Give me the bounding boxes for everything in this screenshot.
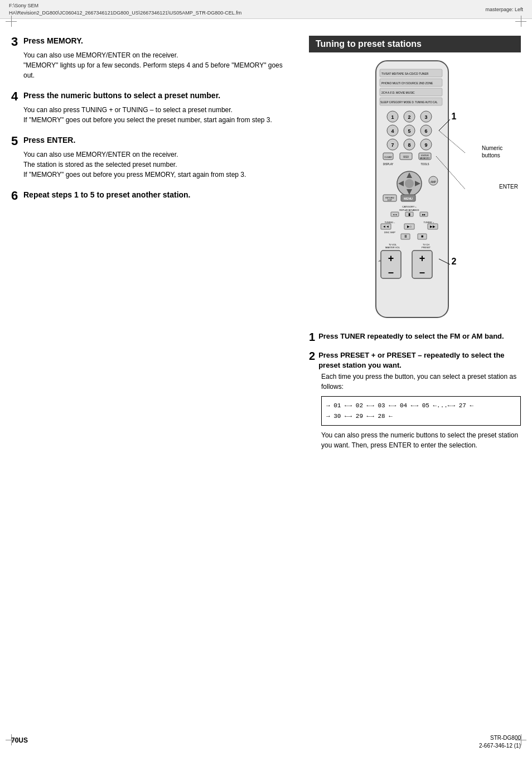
- step-5-body-line-1: You can also use MEMORY/ENTER on the rec…: [23, 150, 292, 160]
- svg-text:1: 1: [452, 112, 457, 121]
- right-step-2: 2 Press PRESET + or PRESET – repeatedly …: [309, 350, 521, 450]
- step-3-title: Press MEMORY.: [23, 36, 83, 46]
- svg-text:1: 1: [391, 114, 394, 120]
- svg-text:◄◄: ◄◄: [383, 225, 389, 228]
- right-step-2-header: 2 Press PRESET + or PRESET – repeatedly …: [309, 350, 521, 370]
- step-5-body-line-2: The station is stored as the selected pr…: [23, 160, 292, 170]
- svg-text:8: 8: [408, 142, 410, 148]
- enter-callout: ENTER: [499, 184, 518, 190]
- step-4: 4 Press the numeric buttons to select a …: [11, 90, 292, 125]
- step-4-header: 4 Press the numeric buttons to select a …: [11, 90, 292, 103]
- step-3-header: 3 Press MEMORY.: [11, 36, 292, 48]
- step-6: 6 Repeat steps 1 to 5 to preset another …: [11, 190, 292, 202]
- step-3-body-line-2: "MEMORY" lights up for a few seconds. Pe…: [23, 60, 292, 80]
- svg-text:TUNING –: TUNING –: [385, 221, 395, 224]
- step-5-body-line-3: If "MEMORY" goes out before you press ME…: [23, 170, 292, 180]
- svg-text:SLEEP  CATEGORY MODE  D. TUNIN: SLEEP CATEGORY MODE D. TUNING AUTO CAL: [380, 101, 438, 104]
- svg-text:CLEAR: CLEAR: [384, 156, 391, 158]
- step-4-body-line-1: You can also press TUNING + or TUNING – …: [23, 105, 292, 115]
- page-frame: F:\Sony SEM HA\Revision2_DG800\JC060412_…: [0, 0, 532, 761]
- svg-text:4: 4: [391, 128, 394, 134]
- svg-text:–: –: [388, 267, 394, 278]
- svg-text:CATEGORY +: CATEGORY +: [402, 205, 417, 208]
- step-4-body-line-2: If "MEMORY" goes out before you select t…: [23, 115, 292, 125]
- header-file-path-2: HA\Revision2_DG800\JC060412_2667346121DG…: [9, 9, 241, 17]
- bottom-right-info: STR-DG800 2-667-346-12 (1): [479, 734, 521, 750]
- step-5-body: You can also use MEMORY/ENTER on the rec…: [11, 150, 292, 180]
- crosshair-top-left: [6, 16, 17, 27]
- after-diagram-text: You can also press the numeric buttons t…: [321, 430, 521, 450]
- tuning-header: Tuning to preset stations: [309, 36, 521, 52]
- page-number: 70US: [11, 736, 28, 744]
- svg-text:▶○: ▶○: [407, 225, 412, 228]
- preset-row-1: → 01 ←→ 02 ←→ 03 ←→ 04 ←→ 05 ←...←→ 27 ←: [326, 401, 516, 411]
- svg-text:+: +: [419, 253, 425, 264]
- svg-text:TV/SAT  MD/TAPE  SA-CD/CD  TUN: TV/SAT MD/TAPE SA-CD/CD TUNER: [381, 72, 429, 75]
- step-5: 5 Press ENTER. You can also use MEMORY/E…: [11, 135, 292, 180]
- step-4-body: You can also press TUNING + or TUNING – …: [11, 105, 292, 125]
- numeric-buttons-callout: Numeric buttons: [482, 145, 521, 159]
- step-3-number: 3: [11, 36, 20, 48]
- right-step-1-number: 1: [309, 331, 315, 343]
- svg-text:7: 7: [391, 142, 394, 148]
- svg-text:2: 2: [452, 257, 457, 266]
- right-column: Tuning to preset stations TV/SAT MD/TAPE…: [309, 36, 521, 458]
- svg-text:DISC SKIP: DISC SKIP: [384, 231, 395, 234]
- svg-text:◄◄: ◄◄: [393, 213, 397, 216]
- step-3-body-line-1: You can also use MEMORY/ENTER on the rec…: [23, 50, 292, 60]
- svg-text:PHONO  MULTI CH  SOURCE  2ND Z: PHONO MULTI CH SOURCE 2ND ZONE: [381, 81, 433, 85]
- right-step-2-number: 2: [309, 350, 315, 362]
- model-number: STR-DG800: [479, 734, 521, 742]
- step-5-header: 5 Press ENTER.: [11, 135, 292, 147]
- step-3-body: You can also use MEMORY/ENTER on the rec…: [11, 50, 292, 80]
- svg-text:REPLAY ADVANCE: REPLAY ADVANCE: [399, 209, 419, 211]
- step-4-title: Press the numeric buttons to select a pr…: [23, 90, 220, 100]
- right-steps: 1 Press TUNER repeatedly to select the F…: [309, 331, 521, 450]
- header-masterpage: masterpage: Left: [485, 7, 523, 12]
- step-3: 3 Press MEMORY. You can also use MEMORY/…: [11, 36, 292, 80]
- step-6-title: Repeat steps 1 to 5 to preset another st…: [23, 190, 191, 200]
- step-6-number: 6: [11, 190, 20, 202]
- svg-text:2: 2: [408, 114, 410, 120]
- svg-text:+: +: [388, 253, 394, 264]
- svg-text:▶▶: ▶▶: [430, 225, 436, 228]
- preset-diagram: → 01 ←→ 02 ←→ 03 ←→ 04 ←→ 05 ←...←→ 27 ←…: [321, 396, 521, 426]
- svg-text:EXIT: EXIT: [388, 199, 393, 201]
- right-step-1: 1 Press TUNER repeatedly to select the F…: [309, 331, 521, 343]
- svg-text:3: 3: [424, 114, 427, 120]
- svg-text:⏸: ⏸: [404, 234, 408, 238]
- svg-text:PRESET: PRESET: [422, 246, 431, 249]
- right-step-1-title: Press TUNER repeatedly to select the FM …: [318, 331, 504, 341]
- step-5-number: 5: [11, 135, 20, 147]
- step-4-number: 4: [11, 90, 20, 103]
- step-5-title: Press ENTER.: [23, 135, 75, 145]
- header-file-path-1: F:\Sony SEM: [9, 2, 241, 9]
- remote-illustration-area: TV/SAT MD/TAPE SA-CD/CD TUNER PHONO MULT…: [309, 58, 521, 326]
- svg-text:5: 5: [408, 128, 410, 134]
- svg-text:–: –: [419, 267, 425, 278]
- svg-text:MENU: MENU: [404, 197, 413, 200]
- header-bar: F:\Sony SEM HA\Revision2_DG800\JC060412_…: [0, 0, 532, 19]
- header-left: F:\Sony SEM HA\Revision2_DG800\JC060412_…: [9, 2, 241, 16]
- svg-text:MEMORY: MEMORY: [420, 157, 430, 160]
- svg-text:■: ■: [421, 234, 423, 238]
- right-step-2-title: Press PRESET + or PRESET – repeatedly to…: [318, 350, 521, 370]
- preset-row-2: → 30 ←→ 29 ←→ 28 ←: [326, 412, 516, 421]
- svg-point-41: [405, 179, 414, 188]
- svg-text:6: 6: [424, 128, 427, 134]
- right-step-1-header: 1 Press TUNER repeatedly to select the F…: [309, 331, 521, 343]
- svg-text:9: 9: [424, 142, 427, 148]
- svg-text:▶▶: ▶▶: [422, 213, 426, 216]
- svg-text:DISPLAY: DISPLAY: [383, 163, 394, 166]
- step-6-header: 6 Repeat steps 1 to 5 to preset another …: [11, 190, 292, 202]
- svg-text:TOOLS: TOOLS: [420, 163, 429, 166]
- remote-svg: TV/SAT MD/TAPE SA-CD/CD TUNER PHONO MULT…: [356, 58, 473, 326]
- part-number: 2-667-346-12 (1): [479, 742, 521, 750]
- svg-text:AMP: AMP: [431, 181, 436, 184]
- svg-text:0/10: 0/10: [403, 155, 409, 158]
- svg-text:TUNING +: TUNING +: [424, 221, 434, 224]
- crosshair-top-right: [515, 16, 526, 27]
- svg-text:2CH  A.F.D.   MOVIE   MUSIC: 2CH A.F.D. MOVIE MUSIC: [381, 91, 415, 94]
- right-step-2-body: Each time you press the button, you can …: [309, 372, 521, 450]
- main-content: 3 Press MEMORY. You can also use MEMORY/…: [0, 19, 532, 469]
